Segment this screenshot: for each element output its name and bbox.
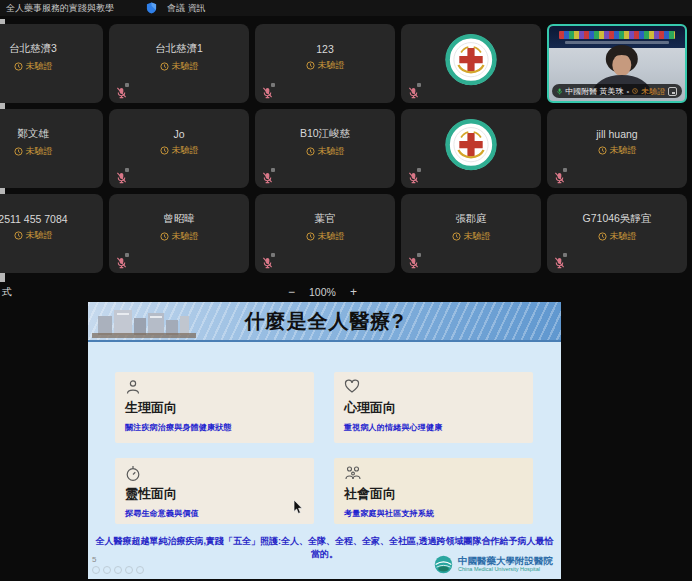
participant-tile[interactable]: 未驗證 [401, 24, 541, 103]
picture-in-picture-icon[interactable] [668, 87, 677, 96]
hospital-name-zh: 中國醫藥大學附設醫院 [458, 556, 553, 566]
clock-icon [306, 147, 315, 156]
status-label: 未驗證 [172, 230, 199, 243]
participant-tile[interactable]: 葉官 未驗證 [255, 194, 395, 273]
status-badge: 未驗證 [14, 229, 53, 242]
clock-icon [598, 146, 607, 155]
status-label: 未驗證 [172, 60, 199, 73]
security-shield-icon[interactable] [146, 2, 157, 14]
participant-tile[interactable]: Jo 未驗證 [109, 109, 249, 188]
clock-icon [14, 231, 23, 240]
status-label: 未驗證 [641, 86, 665, 97]
status-label: 未驗證 [172, 144, 199, 157]
participant-name: 123 [316, 43, 334, 55]
meeting-info-link[interactable]: 會議 資訊 [167, 2, 206, 15]
hospital-avatar-logo [444, 117, 498, 175]
participant-tile[interactable]: G71046吳靜宜 未驗證 [547, 194, 687, 273]
status-badge: 未驗證 [306, 230, 345, 243]
status-label: 未驗證 [464, 230, 491, 243]
clock-icon [598, 232, 607, 241]
card-psychological: 心理面向 重視病人的情緒與心理健康 [334, 372, 533, 443]
participant-tile[interactable]: 張郡庭 未驗證 [401, 194, 541, 273]
muted-mic-icon [408, 85, 419, 97]
participant-tile[interactable]: B10江峻慈 未驗證 [255, 109, 395, 188]
muted-mic-icon [554, 255, 565, 267]
card-physiological: 生理面向 關注疾病治療與身體健康狀態 [115, 372, 314, 443]
heart-icon [344, 379, 523, 396]
status-badge: 未驗證 [14, 145, 53, 158]
participant-name: jill huang [596, 128, 637, 140]
shared-presentation-slide: 什麼是全人醫療? 生理面向 關注疾病治療與身體健康狀態 心理面向 重視病人的情緒… [88, 302, 561, 579]
participant-name: G71046吳靜宜 [583, 212, 652, 226]
zoom-in-button[interactable]: + [350, 287, 357, 297]
view-mode-cut-label: 式 [2, 285, 12, 299]
muted-mic-icon [408, 170, 419, 182]
status-badge: 未驗證 [598, 230, 637, 243]
card-subtitle: 關注疾病治療與身體健康狀態 [125, 422, 304, 433]
card-social: 社會面向 考量家庭與社區支持系統 [334, 458, 533, 524]
muted-mic-icon [116, 255, 127, 267]
status-label: 未驗證 [26, 229, 53, 242]
hospital-avatar-logo [444, 32, 498, 90]
participant-tile[interactable]: 鄭文雄 未驗證 [0, 109, 103, 188]
participant-name: 台北慈濟1 [155, 42, 203, 56]
participant-tile[interactable]: 123 未驗證 [255, 24, 395, 103]
clock-icon [306, 61, 315, 70]
card-subtitle: 考量家庭與社區支持系統 [344, 508, 523, 519]
active-speaker-video-tile[interactable]: 中國附醫 黃美珠 • 未驗證 [547, 24, 687, 103]
card-title: 生理面向 [125, 399, 304, 417]
separator-dot: • [626, 87, 629, 96]
status-label: 未驗證 [26, 60, 53, 73]
clock-icon [306, 232, 315, 241]
hospital-logo: 中國醫藥大學附設醫院 China Medical University Hosp… [433, 554, 553, 575]
participant-tile[interactable]: 台北慈濟1 未驗證 [109, 24, 249, 103]
participant-tile[interactable]: 曾昭暐 未驗證 [109, 194, 249, 273]
participant-tile[interactable]: jill huang 未驗證 [547, 109, 687, 188]
mouse-cursor [293, 500, 303, 519]
clock-icon [160, 62, 169, 71]
muted-mic-icon [262, 170, 273, 182]
slide-cards: 生理面向 關注疾病治療與身體健康狀態 心理面向 重視病人的情緒與心理健康 靈性面… [115, 372, 533, 524]
participant-tile[interactable]: 台北慈濟3 未驗證 [0, 24, 103, 103]
card-spiritual: 靈性面向 探尋生命意義與價值 [115, 458, 314, 524]
participant-grid: 台北慈濟3 未驗證 [0, 24, 687, 273]
status-badge: 未驗證 [306, 59, 345, 72]
speaker-name: 中國附醫 黃美珠 [565, 86, 623, 97]
watermark-icons [92, 566, 144, 574]
participant-name: B10江峻慈 [300, 127, 350, 141]
zoom-level: 100% [309, 286, 336, 298]
info-icon [125, 465, 304, 482]
person-icon [125, 379, 304, 396]
participant-name: 曾昭暐 [163, 212, 195, 226]
clock-icon [632, 87, 638, 95]
participant-name: Jo [173, 128, 184, 140]
speaker-name-bar: 中國附醫 黃美珠 • 未驗證 [552, 84, 682, 98]
status-label: 未驗證 [318, 59, 345, 72]
status-label: 未驗證 [610, 144, 637, 157]
participant-name: 葉官 [315, 212, 336, 226]
clock-icon [452, 232, 461, 241]
muted-mic-icon [262, 255, 273, 267]
clock-icon [14, 147, 23, 156]
participant-tile[interactable]: 未驗證 [401, 109, 541, 188]
meeting-topbar: 全人藥事服務的實踐與教學 會議 資訊 [0, 0, 692, 16]
participant-tile[interactable]: 2511 455 7084 未驗證 [0, 194, 103, 273]
family-icon [344, 465, 523, 482]
hospital-globe-icon [433, 554, 454, 575]
muted-mic-icon [408, 255, 419, 267]
status-badge: 未驗證 [598, 144, 637, 157]
status-badge: 未驗證 [14, 60, 53, 73]
clock-icon [160, 232, 169, 241]
hospital-name-en: China Medical University Hospital [458, 566, 553, 573]
slide-title: 什麼是全人醫療? [88, 302, 561, 340]
muted-mic-icon [116, 170, 127, 182]
zoom-out-button[interactable]: − [288, 287, 295, 297]
muted-mic-icon [554, 170, 565, 182]
meeting-title: 全人藥事服務的實踐與教學 [6, 2, 114, 15]
card-title: 心理面向 [344, 399, 523, 417]
zoom-control: − 100% + [288, 286, 357, 298]
participant-name: 張郡庭 [455, 212, 487, 226]
status-label: 未驗證 [318, 230, 345, 243]
status-label: 未驗證 [610, 230, 637, 243]
mic-on-icon [557, 87, 562, 96]
